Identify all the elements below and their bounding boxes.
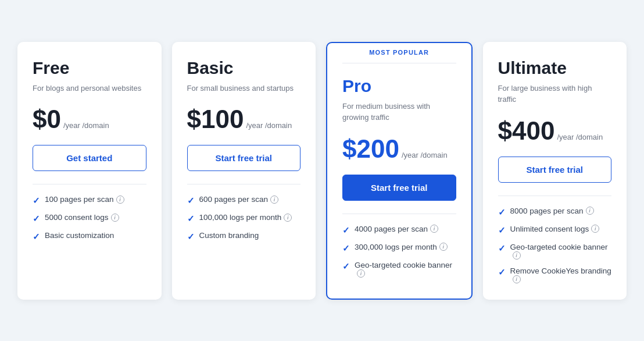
check-icon: ✓: [33, 214, 40, 224]
plan-card-free: FreeFor blogs and personal websites $0 /…: [17, 42, 162, 300]
plan-description-basic: For small business and startups: [187, 83, 301, 94]
features-list-pro: ✓ 4000 pages per scan i ✓ 300,000 logs p…: [342, 225, 456, 278]
feature-text-pro-0: 4000 pages per scan i: [355, 225, 438, 233]
divider-free: [33, 184, 146, 184]
plan-price-amount-free: $0: [33, 106, 61, 132]
feature-item-ultimate-2: ✓ Geo-targeted cookie banner i: [498, 243, 612, 260]
feature-item-basic-2: ✓ Custom branding: [187, 231, 301, 242]
check-icon: ✓: [187, 214, 195, 224]
check-icon: ✓: [187, 196, 195, 206]
check-icon: ✓: [498, 207, 506, 218]
pricing-grid: FreeFor blogs and personal websites $0 /…: [17, 42, 627, 300]
feature-text-pro-1: 300,000 logs per month i: [355, 243, 448, 251]
info-icon[interactable]: i: [111, 214, 119, 222]
feature-text-basic-2: Custom branding: [199, 231, 259, 240]
info-icon[interactable]: i: [513, 275, 521, 283]
check-icon: ✓: [33, 196, 40, 206]
plan-name-free: Free: [33, 58, 146, 78]
info-icon[interactable]: i: [284, 214, 292, 222]
divider-basic: [187, 184, 301, 184]
cta-button-basic[interactable]: Start free trial: [187, 145, 301, 171]
info-icon[interactable]: i: [116, 196, 124, 204]
feature-text-ultimate-3: Remove CookieYes branding i: [510, 267, 612, 283]
check-icon: ✓: [187, 232, 195, 242]
check-icon: ✓: [498, 243, 506, 254]
check-icon: ✓: [498, 225, 506, 236]
plan-name-pro: Pro: [342, 76, 456, 96]
feature-item-pro-1: ✓ 300,000 logs per month i: [342, 243, 456, 254]
features-list-ultimate: ✓ 8000 pages per scan i ✓ Unlimited cons…: [498, 207, 612, 283]
feature-item-ultimate-0: ✓ 8000 pages per scan i: [498, 207, 612, 218]
plan-price-period-free: /year /domain: [63, 120, 109, 131]
info-icon[interactable]: i: [430, 225, 438, 233]
check-icon: ✓: [33, 232, 40, 242]
plan-description-free: For blogs and personal websites: [33, 83, 146, 94]
info-icon[interactable]: i: [357, 269, 365, 278]
feature-text-ultimate-2: Geo-targeted cookie banner i: [510, 243, 612, 260]
feature-item-ultimate-3: ✓ Remove CookieYes branding i: [498, 267, 612, 283]
feature-item-free-2: ✓ Basic customization: [33, 231, 146, 242]
feature-text-pro-2: Geo-targeted cookie banner i: [355, 261, 456, 278]
popular-badge: MOST POPULAR: [342, 43, 456, 63]
check-icon: ✓: [498, 267, 506, 278]
info-icon[interactable]: i: [513, 251, 521, 260]
feature-text-ultimate-0: 8000 pages per scan i: [510, 207, 594, 215]
feature-text-free-0: 100 pages per scan i: [45, 195, 124, 204]
feature-text-basic-0: 600 pages per scan i: [199, 195, 279, 204]
cta-button-ultimate[interactable]: Start free trial: [498, 157, 612, 183]
info-icon[interactable]: i: [439, 243, 448, 251]
plan-description-pro: For medium business with growing traffic: [342, 101, 456, 123]
feature-item-basic-1: ✓ 100,000 logs per month i: [187, 213, 301, 224]
feature-item-basic-0: ✓ 600 pages per scan i: [187, 195, 301, 206]
plan-price-period-basic: /year /domain: [246, 120, 292, 131]
check-icon: ✓: [342, 243, 350, 254]
plan-price-row-ultimate: $400 /year /domain: [498, 118, 612, 144]
cta-button-free[interactable]: Get started: [33, 145, 146, 171]
plan-price-period-pro: /year /domain: [402, 150, 448, 161]
plan-price-amount-pro: $200: [342, 136, 399, 162]
plan-name-ultimate: Ultimate: [498, 58, 612, 78]
plan-price-row-pro: $200 /year /domain: [342, 136, 456, 162]
feature-item-pro-2: ✓ Geo-targeted cookie banner i: [342, 261, 456, 278]
plan-price-row-basic: $100 /year /domain: [187, 106, 301, 132]
feature-text-basic-1: 100,000 logs per month i: [199, 213, 292, 222]
plan-description-ultimate: For large business with high traffic: [498, 83, 612, 105]
feature-item-free-1: ✓ 5000 consent logs i: [33, 213, 146, 224]
info-icon[interactable]: i: [270, 196, 278, 204]
features-list-free: ✓ 100 pages per scan i ✓ 5000 consent lo…: [33, 195, 146, 242]
info-icon[interactable]: i: [586, 207, 594, 215]
features-list-basic: ✓ 600 pages per scan i ✓ 100,000 logs pe…: [187, 195, 301, 242]
feature-item-free-0: ✓ 100 pages per scan i: [33, 195, 146, 206]
info-icon[interactable]: i: [591, 225, 599, 233]
feature-text-free-1: 5000 consent logs i: [45, 213, 119, 222]
divider-ultimate: [498, 196, 612, 196]
plan-price-period-ultimate: /year /domain: [557, 132, 603, 143]
feature-item-ultimate-1: ✓ Unlimited consent logs i: [498, 225, 612, 236]
plan-card-ultimate: UltimateFor large business with high tra…: [483, 42, 627, 300]
plan-price-row-free: $0 /year /domain: [33, 106, 146, 132]
divider-pro: [342, 214, 456, 214]
check-icon: ✓: [342, 225, 350, 236]
feature-text-free-2: Basic customization: [45, 231, 114, 240]
plan-price-amount-basic: $100: [187, 106, 244, 132]
feature-item-pro-0: ✓ 4000 pages per scan i: [342, 225, 456, 236]
check-icon: ✓: [342, 261, 350, 272]
plan-price-amount-ultimate: $400: [498, 118, 555, 144]
plan-name-basic: Basic: [187, 58, 301, 78]
plan-card-basic: BasicFor small business and startups $10…: [172, 42, 316, 300]
plan-card-pro: MOST POPULARProFor medium business with …: [326, 42, 473, 300]
cta-button-pro[interactable]: Start free trial: [342, 175, 456, 201]
feature-text-ultimate-1: Unlimited consent logs i: [510, 225, 600, 233]
